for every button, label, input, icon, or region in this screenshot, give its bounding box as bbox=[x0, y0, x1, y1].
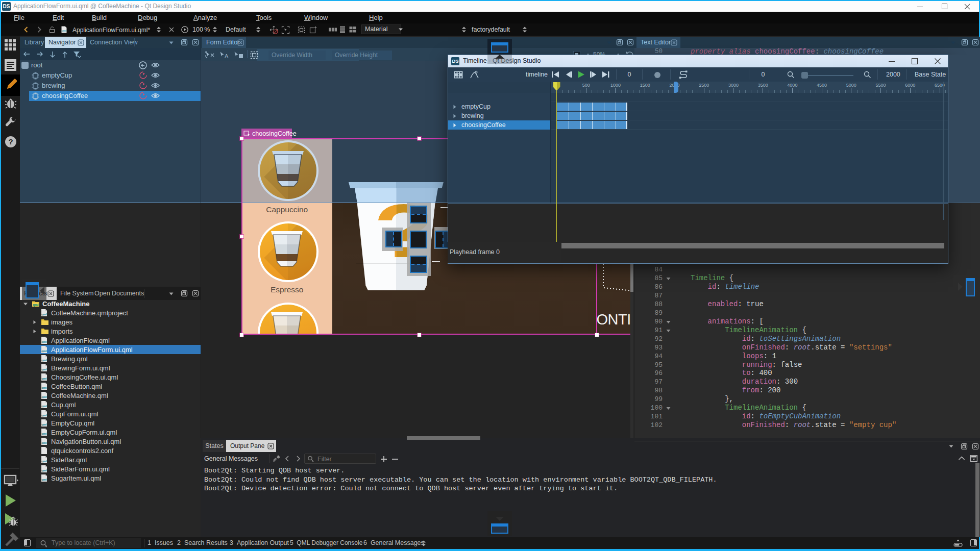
svg-text:qml: qml bbox=[41, 423, 47, 426]
svg-text:qml: qml bbox=[41, 377, 47, 380]
svg-text:qml: qml bbox=[41, 386, 47, 389]
svg-text:qml: qml bbox=[41, 395, 47, 398]
svg-text:qml: qml bbox=[41, 368, 47, 371]
svg-text:qml: qml bbox=[41, 340, 47, 343]
svg-text:qml: qml bbox=[41, 349, 47, 353]
svg-text:qml: qml bbox=[41, 460, 47, 463]
svg-text:qml: qml bbox=[41, 414, 47, 417]
svg-text:qml: qml bbox=[41, 469, 47, 472]
svg-text:qml: qml bbox=[62, 29, 67, 32]
svg-text:qml: qml bbox=[41, 441, 47, 444]
svg-text:qml: qml bbox=[41, 359, 47, 362]
svg-text:?: ? bbox=[8, 137, 13, 146]
svg-text:qml: qml bbox=[41, 478, 47, 481]
svg-text:qml: qml bbox=[41, 313, 47, 316]
svg-text:A: A bbox=[225, 53, 229, 59]
svg-text:qml: qml bbox=[33, 303, 39, 307]
svg-text:qml: qml bbox=[41, 432, 47, 435]
svg-text:qml: qml bbox=[41, 405, 47, 408]
